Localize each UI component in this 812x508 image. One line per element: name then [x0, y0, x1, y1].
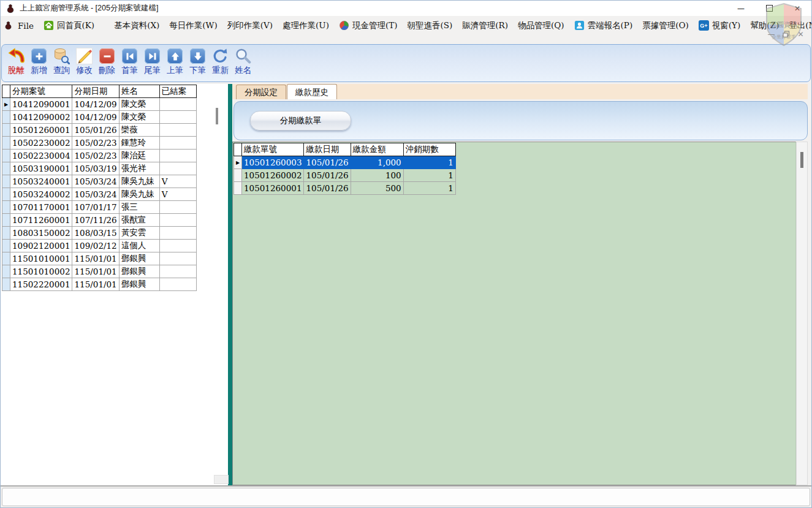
menu-item-window[interactable]: G+ 視窗(Y) — [694, 18, 745, 33]
case-row[interactable]: 10412090002 104/12/09 陳文榮 — [2, 111, 197, 124]
mdi-minimize-button[interactable]: — — [767, 29, 776, 39]
col-header-closed[interactable]: 已結案 — [159, 85, 196, 98]
cell-case-no: 10701170001 — [10, 201, 72, 214]
menu-item-process-work[interactable]: 處理作業(U) — [278, 18, 334, 33]
cell-name: 陳吳九妹 — [119, 188, 159, 201]
cell-date: 104/12/09 — [72, 98, 119, 111]
menu-item-cash-mgmt[interactable]: 現金管理(T) — [334, 18, 403, 33]
tab-installment-settings[interactable]: 分期設定 — [236, 85, 286, 99]
case-row[interactable]: 10502230004 105/02/23 陳治廷 — [2, 150, 197, 162]
toolbar-delete-button[interactable]: 刪除 — [96, 48, 118, 76]
cell-closed — [159, 150, 196, 162]
cell-closed — [159, 137, 196, 150]
case-row[interactable]: 10503190001 105/03/19 張光祥 — [2, 162, 197, 175]
col-header-date[interactable]: 分期日期 — [72, 85, 119, 98]
cell-case-no: 10412090001 — [10, 98, 72, 111]
menu-item-pilgrimage[interactable]: 朝聖進香(S) — [402, 18, 457, 33]
pie-chart-icon — [339, 20, 349, 31]
cell-case-no: 11501010001 — [10, 252, 72, 265]
row-marker — [2, 227, 10, 240]
row-marker — [234, 182, 242, 195]
cell-name: 陳文榮 — [119, 98, 159, 111]
payment-grid-area: 繳款單號 繳款日期 繳款金額 沖銷期數 ▶ 10501260003 105/01… — [232, 142, 796, 485]
toolbar-prev-record-button[interactable]: 上筆 — [164, 48, 186, 76]
case-row[interactable]: 10902120001 109/02/12 這個人 — [2, 240, 197, 252]
toolbar-add-button[interactable]: 新增 — [28, 48, 50, 76]
menu-item-print-work[interactable]: 列印作業(V) — [222, 18, 278, 33]
up-arrow-icon — [167, 48, 183, 64]
mdi-restore-button[interactable] — [781, 29, 791, 39]
case-row[interactable]: 11501010002 115/01/01 鄧銀興 — [2, 265, 197, 278]
case-row[interactable]: 10701170001 107/01/17 張三 — [2, 201, 197, 214]
case-row[interactable]: 10501260001 105/01/26 欒薇 — [2, 124, 197, 137]
row-marker — [2, 265, 10, 278]
mdi-close-button[interactable]: ✕ — [796, 29, 805, 39]
toolbar-exit-button[interactable]: 脫離 — [5, 48, 28, 76]
col-header-pay-date[interactable]: 繳款日期 — [304, 143, 351, 156]
case-row[interactable]: 10711260001 107/11/26 張猷宣 — [2, 214, 197, 227]
minimize-button[interactable]: — — [727, 1, 755, 16]
toolbar-first-record-button[interactable]: 首筆 — [118, 48, 141, 76]
scrollbar-thumb[interactable] — [800, 152, 803, 168]
payment-row[interactable]: 10501260001 105/01/26 500 1 — [234, 182, 456, 195]
cell-periods: 1 — [403, 182, 455, 195]
menu-item-bill-mgmt[interactable]: 票據管理(O) — [637, 18, 694, 33]
menu-item-file[interactable]: File — [13, 19, 39, 32]
close-button[interactable]: ✕ — [783, 1, 811, 16]
vertical-scrollbar[interactable] — [796, 142, 808, 485]
menu-item-home[interactable]: 回首頁(K) — [39, 18, 99, 33]
toolbar-modify-button[interactable]: 修改 — [73, 48, 96, 76]
col-header-case-no[interactable]: 分期案號 — [10, 85, 72, 98]
case-row[interactable]: 10503240001 105/03/24 陳吳九妹 V — [2, 175, 197, 188]
case-row[interactable]: 10502230002 105/02/23 鍾慧玲 — [2, 137, 197, 150]
cell-closed — [159, 252, 196, 265]
menu-item-basic-data[interactable]: 基本資料(X) — [109, 18, 164, 33]
panel-splitter[interactable] — [228, 84, 232, 485]
cell-case-no: 10502230002 — [10, 137, 72, 150]
toolbar-next-record-button[interactable]: 下筆 — [186, 48, 209, 76]
case-row[interactable]: 11502220001 115/01/01 鄧銀興 — [2, 278, 197, 291]
pencil-icon — [76, 48, 93, 64]
payment-row[interactable]: ▶ 10501260003 105/01/26 1,000 1 — [234, 156, 456, 169]
header-row: 分期案號 分期日期 姓名 已結案 — [2, 85, 197, 98]
cell-closed — [159, 98, 196, 111]
left-scrollbar-thumb[interactable] — [216, 108, 218, 124]
cell-pay-date: 105/01/26 — [304, 156, 351, 169]
cell-closed: V — [159, 188, 196, 201]
menu-item-relief-mgmt[interactable]: 賑濟管理(R) — [457, 18, 513, 33]
cell-name: 這個人 — [119, 240, 159, 252]
cell-case-no: 10501260001 — [10, 124, 72, 137]
payment-row[interactable]: 10501260002 105/01/26 100 1 — [234, 169, 456, 182]
cell-case-no: 10503240001 — [10, 175, 72, 188]
cell-date: 108/03/15 — [72, 227, 119, 240]
maximize-button[interactable] — [755, 1, 783, 16]
case-row[interactable]: 10503240002 105/03/24 陳吳九妹 V — [2, 188, 197, 201]
cell-case-no: 10412090002 — [10, 111, 72, 124]
cell-name: 欒薇 — [119, 124, 159, 137]
menu-item-cloud-signup[interactable]: 雲端報名(P) — [569, 18, 638, 33]
menu-item-goods-mgmt[interactable]: 物品管理(Q) — [513, 18, 569, 33]
case-row[interactable]: 10803150002 108/03/15 黃安雲 — [2, 227, 197, 240]
cell-date: 107/11/26 — [72, 214, 119, 227]
cell-date: 105/03/24 — [72, 188, 119, 201]
down-arrow-icon — [189, 48, 206, 64]
case-row[interactable]: 11501010001 115/01/01 鄧銀興 — [2, 252, 197, 265]
tab-payment-history[interactable]: 繳款歷史 — [287, 84, 337, 99]
toolbar-name-search-button[interactable]: 姓名 — [232, 48, 254, 76]
col-header-name[interactable]: 姓名 — [119, 85, 159, 98]
toolbar-refresh-button[interactable]: 重新 — [209, 48, 232, 76]
menu-item-daily-work[interactable]: 每日作業(W) — [164, 18, 222, 33]
cell-closed — [159, 265, 196, 278]
col-header-amount[interactable]: 繳款金額 — [351, 143, 403, 156]
row-marker — [2, 240, 10, 252]
col-header-periods[interactable]: 沖銷期數 — [403, 143, 455, 156]
cell-date: 107/01/17 — [72, 201, 119, 214]
installment-payment-slip-button[interactable]: 分期繳款單 — [250, 111, 351, 131]
db-search-icon — [53, 48, 70, 64]
toolbar-last-record-button[interactable]: 尾筆 — [141, 48, 164, 76]
toolbar-query-button[interactable]: 查詢 — [50, 48, 73, 76]
marker-header — [2, 85, 10, 98]
installment-cases-table: 分期案號 分期日期 姓名 已結案 ▶ 10412090001 104/12/09… — [2, 85, 197, 291]
col-header-receipt-no[interactable]: 繳款單號 — [242, 143, 304, 156]
case-row[interactable]: ▶ 10412090001 104/12/09 陳文榮 — [2, 98, 197, 111]
